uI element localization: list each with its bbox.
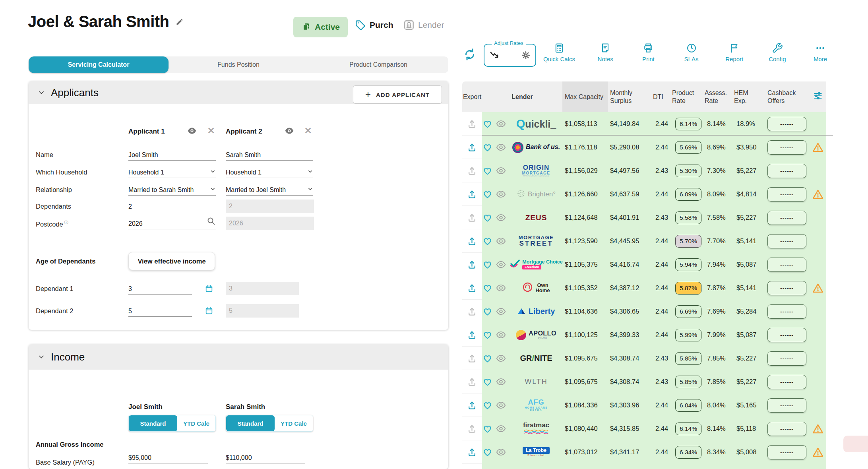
favorite-heart-icon[interactable]: [482, 400, 493, 411]
view-eye-icon[interactable]: [496, 400, 506, 411]
lender-logo[interactable]: APOLLOby LMG: [510, 330, 562, 340]
lender-logo[interactable]: Bank of us.: [510, 142, 562, 153]
favorite-heart-icon[interactable]: [482, 118, 493, 129]
chevron-down-icon[interactable]: [307, 169, 313, 176]
lender-badge[interactable]: Lender: [403, 19, 444, 31]
chevron-down-icon[interactable]: [210, 186, 216, 194]
lender-logo[interactable]: Liberty: [510, 307, 562, 316]
favorite-heart-icon[interactable]: [482, 142, 493, 153]
favorite-heart-icon[interactable]: [482, 353, 493, 364]
export-upload-icon[interactable]: [462, 253, 482, 276]
export-upload-icon[interactable]: [462, 370, 482, 393]
field-which-household-applicant1[interactable]: Household 1: [128, 165, 216, 178]
cashback-offers-button[interactable]: ------: [767, 304, 806, 319]
product-rate-value[interactable]: 5.58%: [675, 211, 701, 224]
cashback-offers-button[interactable]: ------: [767, 445, 806, 459]
field-name-applicant1[interactable]: Joel Smith: [128, 148, 216, 161]
chevron-down-icon[interactable]: [210, 169, 216, 176]
view-eye-icon[interactable]: [496, 142, 506, 153]
product-rate-value[interactable]: 5.99%: [675, 329, 701, 341]
cashback-offers-button[interactable]: ------: [767, 375, 806, 389]
applicant1-visibility-icon[interactable]: [187, 126, 197, 136]
favorite-heart-icon[interactable]: [482, 306, 493, 317]
product-rate-value[interactable]: 6.04%: [675, 399, 701, 412]
base-salary-input-applicant1[interactable]: $95,000: [128, 451, 208, 463]
lender-logo[interactable]: MORTGAGESTREET: [510, 235, 562, 247]
tab-funds-position[interactable]: Funds Position: [169, 56, 308, 73]
warning-icon[interactable]: [810, 188, 826, 200]
col-dti[interactable]: DTI: [653, 93, 672, 101]
export-upload-icon[interactable]: [462, 393, 482, 417]
field-relationship-applicant1[interactable]: Married to Sarah Smith: [128, 183, 216, 196]
product-rate-value[interactable]: 5.30%: [675, 165, 701, 177]
favorite-heart-icon[interactable]: [482, 236, 493, 246]
view-eye-icon[interactable]: [496, 236, 506, 246]
favorite-heart-icon[interactable]: [482, 165, 493, 176]
favorite-heart-icon[interactable]: [482, 423, 493, 434]
cashback-offers-button[interactable]: ------: [767, 187, 806, 202]
export-upload-icon[interactable]: [462, 229, 482, 253]
dependant-age-input[interactable]: 3: [128, 282, 192, 295]
cashback-offers-button[interactable]: ------: [767, 258, 806, 272]
favorite-heart-icon[interactable]: [482, 376, 493, 387]
export-upload-icon[interactable]: [462, 417, 482, 440]
applicant2-remove-icon[interactable]: ✕: [303, 126, 313, 136]
view-eye-icon[interactable]: [496, 212, 506, 223]
purchase-tag-badge[interactable]: Purch: [355, 19, 393, 31]
export-upload-icon[interactable]: [462, 323, 482, 347]
applicant2-visibility-icon[interactable]: [284, 126, 294, 136]
product-rate-value[interactable]: 6.14%: [675, 422, 701, 435]
view-eye-icon[interactable]: [496, 353, 506, 364]
tab-servicing-calculator[interactable]: Servicing Calculator: [29, 56, 169, 73]
cashback-offers-button[interactable]: ------: [767, 328, 806, 342]
field-which-household-applicant2[interactable]: Household 1: [226, 165, 313, 178]
product-rate-value[interactable]: 5.85%: [675, 376, 701, 388]
search-icon[interactable]: [206, 216, 216, 227]
lender-logo[interactable]: firstmac: [510, 422, 562, 436]
field-dependants-applicant1[interactable]: 2: [128, 200, 216, 212]
toolbar-wrench-button[interactable]: Config: [765, 43, 790, 62]
dependant-age-input[interactable]: 5: [128, 304, 192, 317]
favorite-heart-icon[interactable]: [482, 189, 493, 200]
export-upload-icon[interactable]: [462, 440, 482, 464]
lender-logo[interactable]: GR/NITE: [510, 354, 562, 362]
chat-widget-partial[interactable]: [843, 436, 868, 452]
lender-logo[interactable]: ZEUS: [510, 214, 562, 222]
toolbar-calculator-button[interactable]: Quick Calcs: [543, 43, 575, 62]
toggle-ytd-calc[interactable]: YTD Calc: [177, 415, 215, 431]
view-eye-icon[interactable]: [496, 376, 506, 387]
favorite-heart-icon[interactable]: [482, 447, 493, 457]
refresh-icon[interactable]: [462, 47, 477, 62]
product-rate-value[interactable]: 6.69%: [675, 305, 701, 318]
field-relationship-applicant2[interactable]: Married to Joel Smith: [226, 183, 313, 196]
adjust-rates-gear-icon[interactable]: [521, 50, 531, 60]
view-eye-icon[interactable]: [496, 423, 506, 434]
col-hem-exp[interactable]: HEM Exp.: [734, 89, 765, 105]
income-mode-toggle-applicant2[interactable]: Standard YTD Calc: [226, 415, 313, 432]
view-eye-icon[interactable]: [496, 189, 506, 200]
toolbar-notes-button[interactable]: Notes: [593, 43, 618, 62]
view-eye-icon[interactable]: [496, 165, 506, 176]
view-eye-icon[interactable]: [496, 329, 506, 340]
product-rate-value[interactable]: 6.14%: [675, 118, 701, 130]
product-rate-value[interactable]: 5.70%: [675, 235, 701, 248]
col-product-rate[interactable]: Product Rate: [672, 89, 705, 105]
lender-logo[interactable]: OwnHome: [510, 282, 562, 294]
cashback-offers-button[interactable]: ------: [767, 234, 806, 248]
add-applicant-button[interactable]: + ADD APPLICANT: [353, 85, 442, 104]
warning-icon[interactable]: [810, 141, 826, 153]
view-eye-icon[interactable]: [496, 447, 506, 457]
toggle-ytd-calc[interactable]: YTD Calc: [275, 415, 313, 431]
field-name-applicant2[interactable]: Sarah Smith: [226, 148, 313, 161]
chevron-down-icon[interactable]: [307, 186, 313, 194]
applicants-header[interactable]: Applicants + ADD APPLICANT: [29, 81, 448, 104]
product-rate-value[interactable]: 5.94%: [675, 258, 701, 271]
export-upload-icon[interactable]: [462, 206, 482, 229]
product-rate-value[interactable]: 6.34%: [675, 446, 701, 459]
lender-logo[interactable]: La TrobeFinancial: [510, 447, 562, 457]
cashback-offers-button[interactable]: ------: [767, 281, 806, 295]
cashback-offers-button[interactable]: ------: [767, 140, 806, 155]
warning-icon[interactable]: [810, 446, 826, 458]
cashback-offers-button[interactable]: ------: [767, 117, 806, 131]
view-eye-icon[interactable]: [496, 306, 506, 317]
